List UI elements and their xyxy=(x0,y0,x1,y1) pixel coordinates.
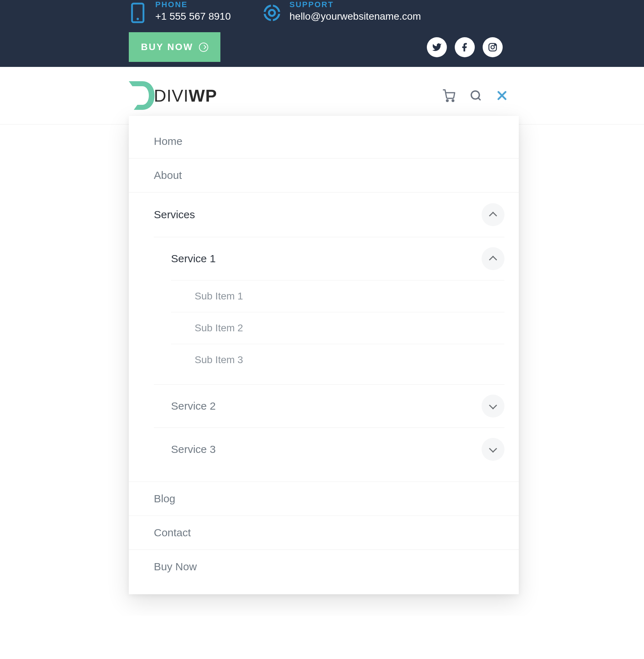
service-3-toggle[interactable] xyxy=(482,438,504,461)
service-1-toggle[interactable] xyxy=(482,247,504,270)
cart-icon xyxy=(442,89,456,102)
svg-point-3 xyxy=(269,10,275,16)
svg-point-10 xyxy=(494,44,496,45)
submenu-item-service-1[interactable]: Service 1 xyxy=(154,237,504,280)
support-contact: SUPPORT hello@yourwebsitename.com xyxy=(263,0,421,24)
svg-point-1 xyxy=(137,18,139,20)
twitter-icon xyxy=(432,42,442,52)
menu-item-services[interactable]: Services xyxy=(129,192,519,237)
menu-item-home[interactable]: Home xyxy=(129,125,519,158)
phone-contact: PHONE +1 555 567 8910 xyxy=(129,0,231,24)
close-menu-button[interactable] xyxy=(496,89,508,102)
cart-button[interactable] xyxy=(442,89,456,102)
support-label: SUPPORT xyxy=(289,0,421,9)
logo[interactable]: DIVIWP xyxy=(129,81,217,110)
subsub-item-2[interactable]: Sub Item 2 xyxy=(171,312,504,344)
svg-rect-5 xyxy=(271,18,273,22)
svg-rect-4 xyxy=(271,4,273,8)
arrow-right-circle-icon xyxy=(199,43,208,52)
chevron-up-icon xyxy=(489,256,497,264)
social-links xyxy=(427,37,503,57)
phone-value: +1 555 567 8910 xyxy=(155,11,231,22)
services-toggle[interactable] xyxy=(482,203,504,226)
phone-icon xyxy=(129,2,147,24)
svg-point-12 xyxy=(452,100,454,102)
menu-item-blog[interactable]: Blog xyxy=(129,482,519,516)
search-button[interactable] xyxy=(469,89,482,102)
instagram-button[interactable] xyxy=(483,37,503,57)
instagram-icon xyxy=(488,42,498,52)
svg-rect-6 xyxy=(263,12,267,14)
phone-label: PHONE xyxy=(155,0,231,9)
menu-item-buy-now[interactable]: Buy Now xyxy=(129,550,519,584)
chevron-down-icon xyxy=(489,445,497,453)
service-2-label: Service 2 xyxy=(171,400,216,412)
service-2-toggle[interactable] xyxy=(482,395,504,418)
submenu-item-service-2[interactable]: Service 2 xyxy=(154,385,504,428)
search-icon xyxy=(469,89,482,102)
topbar: PHONE +1 555 567 8910 xyxy=(0,0,644,67)
buy-now-button[interactable]: BUY NOW xyxy=(129,32,220,62)
submenu-item-service-3[interactable]: Service 3 xyxy=(154,428,504,471)
mobile-menu: Home About Services Service 1 xyxy=(129,116,519,594)
logo-mark-icon xyxy=(129,81,155,110)
menu-item-services-label: Services xyxy=(154,209,195,221)
menu-item-about[interactable]: About xyxy=(129,158,519,192)
logo-text: DIVIWP xyxy=(154,86,217,106)
chevron-down-icon xyxy=(489,401,497,410)
menu-item-contact[interactable]: Contact xyxy=(129,516,519,550)
subsub-item-3[interactable]: Sub Item 3 xyxy=(171,344,504,376)
close-icon xyxy=(496,89,508,102)
buy-now-label: BUY NOW xyxy=(141,42,193,53)
twitter-button[interactable] xyxy=(427,37,447,57)
support-icon xyxy=(263,2,281,24)
facebook-button[interactable] xyxy=(455,37,475,57)
svg-rect-7 xyxy=(277,12,281,14)
service-3-label: Service 3 xyxy=(171,443,216,455)
subsub-item-1[interactable]: Sub Item 1 xyxy=(171,280,504,312)
svg-point-9 xyxy=(491,45,494,49)
svg-point-11 xyxy=(447,100,448,102)
chevron-up-icon xyxy=(489,212,497,220)
support-value: hello@yourwebsitename.com xyxy=(289,11,421,22)
svg-line-14 xyxy=(478,98,480,100)
service-1-label: Service 1 xyxy=(171,253,216,265)
facebook-icon xyxy=(460,42,470,52)
